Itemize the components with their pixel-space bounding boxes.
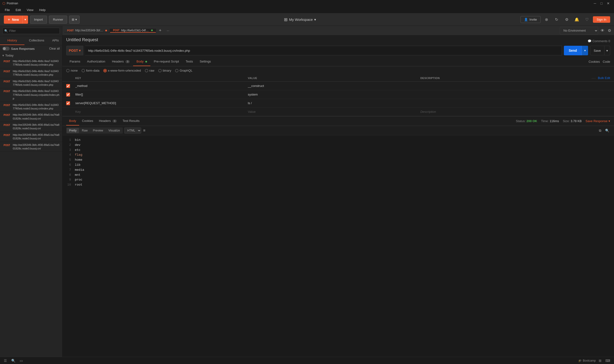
- list-item[interactable]: POST http://6e6c03d1-04fe-4b9c-9ea7-b184…: [0, 78, 62, 88]
- runner-button[interactable]: Runner: [49, 15, 67, 24]
- save-button[interactable]: Save: [590, 46, 604, 55]
- new-button-arrow[interactable]: ▾: [23, 15, 28, 24]
- list-item[interactable]: POST http://6e6c03d1-04fe-4b9c-9ea7-b184…: [0, 68, 62, 78]
- find-button[interactable]: 🔍: [10, 358, 16, 363]
- tab-pre-request[interactable]: Pre-request Script: [150, 57, 182, 66]
- menu-edit[interactable]: Edit: [13, 7, 23, 13]
- sign-in-button[interactable]: Sign In: [593, 16, 610, 23]
- code-link[interactable]: Code: [603, 57, 610, 66]
- search-input[interactable]: [2, 28, 60, 34]
- method-select[interactable]: POST ▾: [66, 46, 83, 55]
- response-tab-body[interactable]: Body: [66, 117, 79, 126]
- list-item[interactable]: POST http://6e6c03d1-04fe-4b9c-9ea7-b184…: [0, 88, 62, 102]
- kv-menu-button[interactable]: ···: [592, 76, 596, 80]
- radio-raw[interactable]: raw: [145, 69, 154, 72]
- import-button[interactable]: Import: [30, 15, 47, 24]
- tab-settings[interactable]: Settings: [196, 57, 214, 66]
- radio-none[interactable]: none: [66, 69, 78, 72]
- save-responses-toggle-switch[interactable]: [2, 47, 10, 51]
- list-item[interactable]: POST http://6e6c03d1-04fe-4b9c-9ea7-b184…: [0, 102, 62, 112]
- split-view-button[interactable]: ⊞: [598, 358, 602, 363]
- send-dropdown-button[interactable]: ▾: [582, 46, 588, 55]
- radio-graphql[interactable]: GraphQL: [175, 69, 192, 72]
- response-tab-headers[interactable]: Headers 6: [96, 117, 120, 126]
- list-item[interactable]: POST http://ee335349-3bfc-4f30-89a5-ba74…: [0, 122, 62, 132]
- invite-button[interactable]: 👤 Invite: [520, 16, 540, 23]
- satellite-icon-button[interactable]: ⊗: [543, 15, 551, 24]
- keyboard-shortcut-button[interactable]: ⌨: [604, 358, 611, 363]
- settings-icon-button[interactable]: ⚙: [563, 15, 571, 24]
- kv-value-1[interactable]: __construct: [246, 83, 418, 89]
- sidebar-toggle-button[interactable]: ☰: [3, 358, 8, 363]
- kv-key-3[interactable]: server[REQUEST_METHOD]: [73, 100, 246, 106]
- bootcamp-button[interactable]: 🎓 Bootcamp: [578, 359, 596, 362]
- new-button-main[interactable]: ＋ New: [4, 15, 23, 24]
- kv-empty-key[interactable]: Key: [73, 108, 246, 115]
- list-item[interactable]: POST http://6e6c03d1-04fe-4b9c-9ea7-b184…: [0, 58, 62, 68]
- new-button[interactable]: ＋ New ▾: [4, 15, 28, 24]
- kv-desc-3[interactable]: [419, 102, 591, 105]
- sidebar-tab-collections[interactable]: Collections: [25, 36, 49, 45]
- manage-env-button[interactable]: ⚙: [607, 27, 612, 34]
- add-tab-button[interactable]: +: [156, 28, 164, 33]
- window-controls[interactable]: ─ □ ✕: [592, 1, 612, 6]
- format-tab-raw[interactable]: Raw: [79, 128, 90, 133]
- sync-icon-button[interactable]: ↻: [553, 15, 561, 24]
- tab-headers[interactable]: Headers 9: [109, 57, 133, 66]
- search-response-button[interactable]: 🔍: [604, 128, 610, 134]
- tab-tests[interactable]: Tests: [182, 57, 196, 66]
- sidebar-tab-apis[interactable]: APIs: [49, 36, 62, 45]
- environment-select[interactable]: No Environment: [560, 27, 598, 35]
- radio-binary[interactable]: binary: [158, 69, 171, 72]
- menu-file[interactable]: File: [2, 7, 12, 13]
- save-response-button[interactable]: Save Response ▾: [586, 119, 610, 123]
- format-tab-visualize[interactable]: Visualize: [106, 128, 122, 133]
- radio-urlencoded[interactable]: x-www-form-urlencoded: [103, 69, 141, 72]
- tab-authorization[interactable]: Authorization: [84, 57, 109, 66]
- tab-item-2[interactable]: POST http://6e6c03d1-04fe-4b9c-9e...: [110, 29, 156, 33]
- url-input[interactable]: [85, 46, 562, 55]
- send-button[interactable]: Send: [564, 46, 582, 55]
- kv-value-2[interactable]: system: [246, 91, 418, 98]
- format-type-select[interactable]: HTML: [124, 127, 141, 134]
- radio-form-data[interactable]: form-data: [82, 69, 99, 72]
- tab-body[interactable]: Body: [133, 57, 150, 66]
- workflow-button[interactable]: ⊞ ▾: [69, 15, 80, 24]
- heart-icon-button[interactable]: ♡: [583, 15, 591, 24]
- format-tab-pretty[interactable]: Pretty: [67, 128, 79, 133]
- clear-all-button[interactable]: Clear all: [49, 47, 60, 50]
- kv-empty-value[interactable]: Value: [246, 108, 418, 115]
- notifications-icon-button[interactable]: 🔔: [573, 15, 581, 24]
- kv-checkbox-3[interactable]: [66, 101, 70, 105]
- menu-view[interactable]: View: [24, 7, 36, 13]
- menu-help[interactable]: Help: [37, 7, 48, 13]
- response-tab-cookies[interactable]: Cookies: [79, 117, 96, 126]
- list-item[interactable]: POST http://ee335349-3bfc-4f30-89a5-ba74…: [0, 142, 62, 152]
- kv-checkbox-2[interactable]: [66, 93, 70, 96]
- kv-value-3[interactable]: ls /: [246, 100, 418, 106]
- cookies-link[interactable]: Cookies: [588, 57, 600, 66]
- maximize-button[interactable]: □: [599, 1, 604, 6]
- kv-checkbox-1[interactable]: [66, 84, 70, 88]
- save-dropdown-button[interactable]: ▾: [604, 46, 610, 55]
- close-button[interactable]: ✕: [605, 1, 612, 6]
- minimize-button[interactable]: ─: [592, 1, 598, 6]
- list-item[interactable]: POST http://ee335349-3bfc-4f30-89a5-ba74…: [0, 132, 62, 142]
- response-tab-test-results[interactable]: Test Results: [120, 117, 142, 126]
- workspace-button[interactable]: ⊞ My Workspace ▾: [281, 15, 319, 24]
- kv-key-1[interactable]: _method: [73, 83, 246, 89]
- wrap-button[interactable]: ≡: [141, 127, 147, 134]
- kv-desc-2[interactable]: [419, 93, 591, 96]
- format-tab-preview[interactable]: Preview: [90, 128, 106, 133]
- tab-params[interactable]: Params: [66, 57, 84, 66]
- tab-more-button[interactable]: ···: [164, 29, 172, 32]
- copy-button[interactable]: ⧉: [598, 128, 602, 134]
- list-item[interactable]: POST http://ee335349-3bfc-4f30-89a5-ba74…: [0, 112, 62, 122]
- bulk-edit-button[interactable]: Bulk Edit: [598, 76, 610, 80]
- kv-desc-1[interactable]: [419, 85, 591, 87]
- eye-icon-button[interactable]: 👁: [600, 27, 605, 34]
- sidebar-tab-history[interactable]: History: [0, 36, 25, 45]
- kv-key-2[interactable]: filter[]: [73, 91, 246, 98]
- tab-item-1[interactable]: POST http://ee335349-3bfc-4f30-89a...: [64, 29, 110, 32]
- comments-button[interactable]: 💬 Comments 0: [588, 39, 610, 43]
